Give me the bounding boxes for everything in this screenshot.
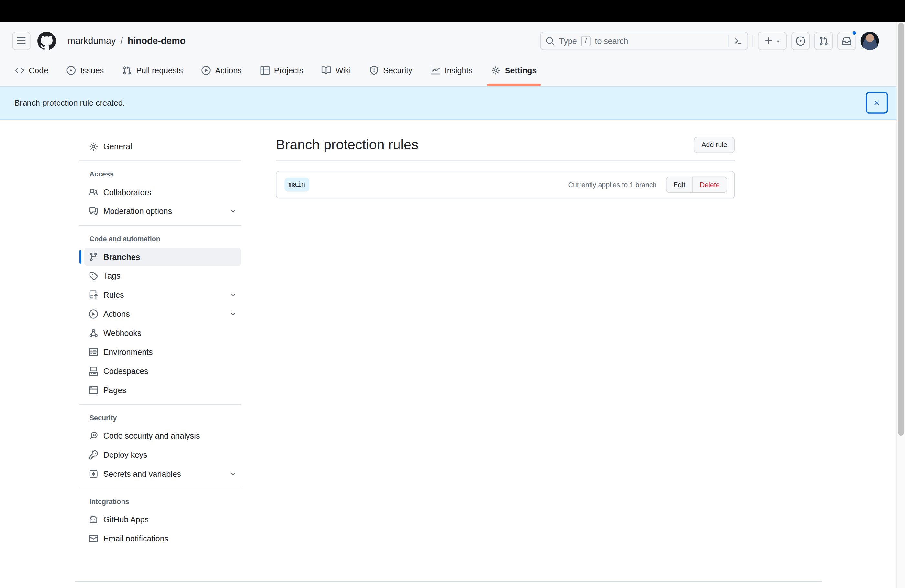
issues-dashboard-button[interactable] [791, 32, 810, 50]
sidebar-divider [79, 488, 241, 488]
git-pull-request-icon [819, 36, 829, 46]
rule-status-text: Currently applies to 1 branch [568, 181, 657, 189]
slash-key-hint: / [581, 36, 590, 46]
search-icon [545, 36, 555, 46]
app-header: markdumay / hinode-demo Type / to search [0, 22, 905, 87]
breadcrumb-owner-link[interactable]: markdumay [68, 36, 116, 46]
sidebar-item-label: Code security and analysis [103, 431, 200, 440]
sidebar-item-codespaces[interactable]: Codespaces [84, 362, 241, 380]
delete-rule-button[interactable]: Delete [692, 176, 727, 193]
sidebar-item-label: Environments [103, 348, 153, 357]
command-palette-icon[interactable] [734, 36, 743, 46]
sidebar-item-general[interactable]: General [84, 137, 241, 156]
tab-label: Wiki [335, 66, 351, 75]
sidebar-item-label: Deploy keys [103, 450, 148, 460]
tab-label: Issues [81, 66, 104, 75]
webhook-icon [89, 329, 98, 338]
sidebar-item-moderation-options[interactable]: Moderation options [84, 202, 241, 221]
sidebar-item-secrets-variables[interactable]: Secrets and variables [84, 464, 241, 483]
sidebar-item-code-security[interactable]: Code security and analysis [84, 427, 241, 445]
settings-sidebar: General Access Collaborators Moderation … [79, 137, 241, 548]
triangle-down-icon [775, 38, 781, 44]
subhead: Branch protection rules Add rule [276, 137, 735, 161]
inbox-icon [842, 36, 851, 46]
sidebar-item-pages[interactable]: Pages [84, 381, 241, 399]
sidebar-divider [79, 404, 241, 405]
flash-close-button[interactable] [866, 92, 888, 114]
sidebar-item-collaborators[interactable]: Collaborators [84, 183, 241, 201]
hamburger-menu-button[interactable] [12, 32, 30, 50]
header-top-row: markdumay / hinode-demo Type / to search [0, 22, 905, 55]
sidebar-item-label: Rules [103, 290, 124, 300]
sidebar-item-label: Collaborators [103, 188, 152, 197]
sidebar-item-webhooks[interactable]: Webhooks [84, 324, 241, 342]
comment-discussion-icon [89, 207, 98, 216]
sidebar-divider [79, 225, 241, 226]
tab-insights[interactable]: Insights [421, 55, 481, 86]
protection-rules-list: main Currently applies to 1 branch Edit … [276, 171, 735, 199]
key-icon [89, 450, 98, 460]
browser-icon [89, 386, 98, 395]
sidebar-item-label: Tags [103, 271, 121, 281]
tab-issues[interactable]: Issues [57, 55, 113, 86]
three-bars-icon [17, 36, 26, 46]
sidebar-divider [79, 161, 241, 161]
sidebar-section-integrations: Integrations [79, 497, 241, 505]
edit-rule-button[interactable]: Edit [666, 176, 692, 193]
chevron-down-icon [230, 311, 237, 318]
tab-wiki[interactable]: Wiki [313, 55, 360, 86]
tab-projects[interactable]: Projects [251, 55, 312, 86]
github-logo-icon[interactable] [38, 32, 56, 50]
pull-requests-dashboard-button[interactable] [814, 32, 833, 50]
settings-content: General Access Collaborators Moderation … [0, 119, 905, 548]
tab-label: Settings [505, 66, 537, 75]
tab-pull-requests[interactable]: Pull requests [113, 55, 192, 86]
vertical-scrollbar[interactable] [896, 22, 905, 588]
sidebar-item-actions[interactable]: Actions [84, 305, 241, 323]
unread-notification-dot [851, 30, 857, 36]
sidebar-item-rules[interactable]: Rules [84, 286, 241, 304]
tab-actions[interactable]: Actions [192, 55, 251, 86]
tab-code[interactable]: Code [6, 55, 57, 86]
sidebar-item-email-notifications[interactable]: Email notifications [84, 529, 241, 548]
sidebar-item-deploy-keys[interactable]: Deploy keys [84, 446, 241, 464]
git-branch-icon [89, 252, 98, 262]
black-bar [0, 0, 905, 22]
sidebar-item-label: Codespaces [103, 367, 148, 376]
avatar[interactable] [861, 32, 879, 50]
sidebar-item-label: Webhooks [103, 329, 141, 338]
add-rule-button[interactable]: Add rule [694, 137, 735, 153]
sidebar-item-tags[interactable]: Tags [84, 267, 241, 285]
sidebar-section-code-automation: Code and automation [79, 235, 241, 243]
notifications-inbox-button[interactable] [837, 32, 856, 50]
branch-name-badge: main [284, 178, 309, 192]
repo-push-icon [89, 290, 98, 300]
shield-icon [370, 66, 379, 75]
page-title: Branch protection rules [276, 137, 419, 153]
sidebar-item-github-apps[interactable]: GitHub Apps [84, 510, 241, 529]
sidebar-item-label: General [103, 142, 132, 151]
asterisk-box-icon [89, 469, 98, 479]
tab-label: Projects [274, 66, 303, 75]
gear-icon [491, 66, 500, 75]
flash-message: Branch protection rule created. [14, 98, 125, 108]
tab-label: Pull requests [136, 66, 183, 75]
tab-security[interactable]: Security [360, 55, 421, 86]
tag-icon [89, 271, 98, 281]
breadcrumb-repo-link[interactable]: hinode-demo [128, 36, 186, 46]
gear-icon [89, 142, 98, 151]
sidebar-section-access: Access [79, 170, 241, 178]
repo-nav-tabs: Code Issues Pull requests Actions Projec… [0, 55, 905, 86]
footer-divider [75, 581, 822, 582]
x-icon [873, 99, 881, 106]
tab-settings[interactable]: Settings [481, 55, 546, 86]
scrollbar-thumb[interactable] [898, 22, 904, 436]
sidebar-item-environments[interactable]: Environments [84, 343, 241, 361]
create-new-button[interactable] [758, 32, 787, 50]
search-input[interactable]: Type / to search [540, 32, 748, 50]
header-divider [753, 35, 753, 47]
breadcrumb: markdumay / hinode-demo [68, 36, 186, 46]
sidebar-item-branches[interactable]: Branches [84, 248, 241, 266]
sidebar-item-label: Secrets and variables [103, 469, 181, 479]
chevron-down-icon [230, 470, 237, 477]
